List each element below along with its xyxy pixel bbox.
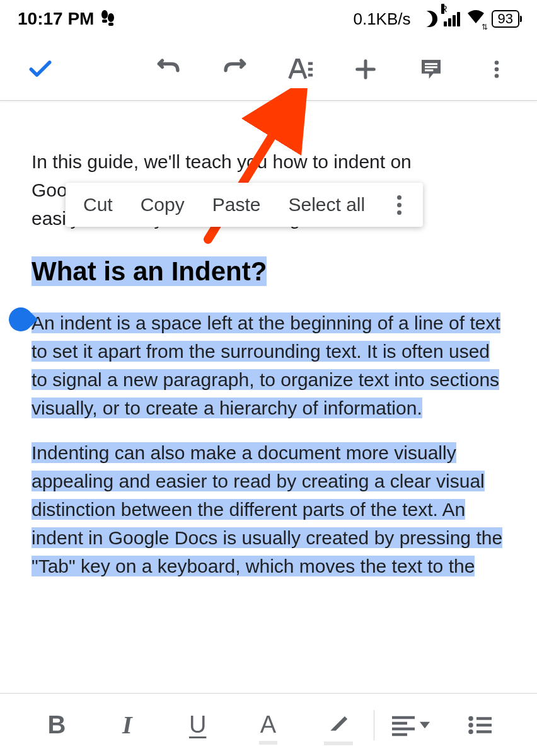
svg-rect-1: [102, 20, 107, 23]
svg-point-0: [101, 10, 108, 19]
text-format-button[interactable]: [285, 54, 315, 84]
document-body[interactable]: In this guide, we'll teach you how to in…: [0, 101, 537, 580]
svg-point-21: [468, 723, 473, 728]
svg-marker-19: [420, 721, 430, 728]
svg-rect-3: [108, 23, 113, 26]
svg-point-2: [108, 13, 114, 22]
paste-button[interactable]: Paste: [212, 194, 261, 215]
paragraph-2[interactable]: Indenting can also make a document more …: [32, 438, 505, 580]
status-right: 0.1KB/s R ⇅ 93: [353, 9, 519, 29]
italic-button[interactable]: I: [92, 694, 163, 756]
clock: 10:17 PM: [18, 9, 94, 29]
bold-button[interactable]: B: [21, 694, 92, 756]
wifi-icon: ⇅: [466, 9, 485, 29]
select-all-button[interactable]: Select all: [288, 194, 365, 215]
status-left: 10:17 PM: [18, 9, 115, 29]
section-heading[interactable]: What is an Indent?: [32, 251, 505, 291]
list-button[interactable]: [445, 694, 516, 756]
svg-point-11: [495, 67, 499, 71]
network-speed: 0.1KB/s: [353, 9, 410, 29]
svg-point-20: [468, 716, 473, 721]
undo-button[interactable]: [154, 54, 184, 84]
text-color-button[interactable]: A: [233, 694, 304, 756]
intro-line: In this guide, we'll teach you how to in…: [32, 147, 505, 176]
copy-button[interactable]: Copy: [141, 194, 185, 215]
signal-icon: R: [444, 11, 460, 26]
insert-button[interactable]: [350, 54, 381, 84]
battery-indicator: 93: [492, 10, 519, 28]
align-button[interactable]: [374, 694, 445, 756]
underline-button[interactable]: U: [163, 694, 233, 756]
paragraph-1[interactable]: An indent is a space left at the beginni…: [32, 309, 505, 422]
context-more-button[interactable]: [393, 195, 405, 215]
svg-point-10: [495, 60, 499, 65]
cut-button[interactable]: Cut: [83, 194, 113, 215]
status-bar: 10:17 PM 0.1KB/s R ⇅ 93: [0, 0, 537, 38]
editor-toolbar: [0, 38, 537, 101]
highlight-button[interactable]: [303, 694, 374, 756]
footsteps-icon: [100, 10, 115, 28]
redo-button[interactable]: [219, 54, 250, 84]
svg-point-12: [495, 74, 499, 78]
comment-button[interactable]: [416, 54, 446, 84]
dnd-icon: [421, 11, 437, 27]
done-button[interactable]: [25, 54, 55, 84]
text-context-menu: Cut Copy Paste Select all: [66, 183, 423, 227]
format-toolbar: B I U A: [0, 693, 537, 756]
svg-point-22: [468, 729, 473, 734]
more-options-button[interactable]: [482, 54, 512, 84]
